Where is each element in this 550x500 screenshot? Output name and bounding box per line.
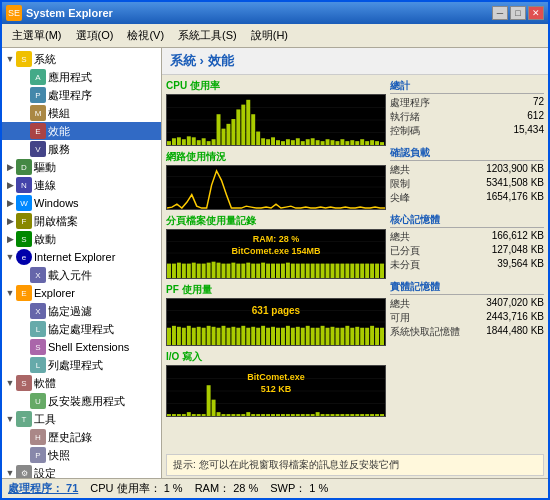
- svg-rect-15: [226, 124, 230, 145]
- svg-rect-170: [266, 414, 270, 416]
- svg-rect-140: [355, 327, 359, 345]
- svg-rect-94: [365, 264, 369, 278]
- sidebar-item-apps[interactable]: A 應用程式: [2, 68, 161, 86]
- svg-rect-141: [360, 328, 364, 345]
- svg-rect-90: [345, 264, 349, 278]
- sidebar-item-snap[interactable]: P 快照: [2, 446, 161, 464]
- svg-rect-135: [331, 327, 335, 345]
- svg-rect-84: [316, 264, 320, 278]
- sidebar-item-ie[interactable]: ▼ e Internet Explorer: [2, 248, 161, 266]
- stat-commit-row-0: 總共 1203,900 KB: [390, 163, 544, 177]
- status-proc-label[interactable]: 處理程序： 71: [8, 481, 78, 496]
- sidebar-item-svc[interactable]: V 服務: [2, 140, 161, 158]
- icon-shell-ext: S: [30, 339, 46, 355]
- sidebar-item-mods[interactable]: M 模組: [2, 104, 161, 122]
- stat-commit: 確認負載 總共 1203,900 KB 限制 5341,508 KB 尖峰 16…: [390, 146, 544, 205]
- svg-rect-67: [231, 263, 235, 278]
- icon-system: S: [16, 51, 32, 67]
- sidebar-item-explorer-procs[interactable]: L 協定處理程式: [2, 320, 161, 338]
- svg-rect-128: [296, 327, 300, 345]
- sidebar-item-list-procs[interactable]: L 列處理程式: [2, 356, 161, 374]
- svg-rect-20: [251, 114, 255, 145]
- svg-rect-81: [301, 264, 305, 278]
- sidebar-item-shell-extensions[interactable]: S Shell Extensions: [2, 338, 161, 356]
- pagefile-overlay1: RAM: 28 %: [253, 234, 300, 244]
- svg-rect-131: [311, 328, 315, 345]
- stat-commit-value-2: 1654,176 KB: [486, 191, 544, 205]
- sidebar-item-procs[interactable]: P 處理程序: [2, 86, 161, 104]
- stat-kernel: 核心記憶體 總共 166,612 KB 已分頁 127,048 KB 未分頁 3…: [390, 213, 544, 272]
- stat-total-label-2: 控制碼: [390, 124, 420, 138]
- stat-commit-label-0: 總共: [390, 163, 410, 177]
- pf-overlay-text: 631 pages: [252, 305, 300, 316]
- status-cpu-value: 1 %: [164, 482, 183, 494]
- sidebar-item-explorer-fix[interactable]: X 協定過濾: [2, 302, 161, 320]
- pagefile-label: 分頁檔案使用量記錄: [166, 214, 386, 228]
- svg-rect-150: [167, 414, 171, 416]
- close-button[interactable]: ✕: [528, 6, 544, 20]
- svg-rect-76: [276, 264, 280, 278]
- sidebar-item-system[interactable]: ▼ S 系統: [2, 50, 161, 68]
- io-overlay2: 512 KB: [261, 384, 292, 394]
- charts-left: CPU 使用率: [166, 79, 386, 448]
- sidebar-item-net[interactable]: ▶ N 連線: [2, 176, 161, 194]
- svg-rect-185: [340, 414, 344, 416]
- svg-rect-77: [281, 264, 285, 278]
- svg-rect-9: [197, 140, 201, 145]
- sidebar-item-uninstall[interactable]: U 反安裝應用程式: [2, 392, 161, 410]
- sidebar-item-ie-ext[interactable]: X 載入元件: [2, 266, 161, 284]
- svg-rect-121: [261, 326, 265, 345]
- svg-rect-143: [370, 326, 374, 345]
- pagefile-overlay: RAM: 28 % BitComet.exe 154MB: [167, 234, 385, 257]
- menu-item-options[interactable]: 選項(O): [70, 26, 120, 45]
- svg-rect-56: [177, 263, 181, 278]
- svg-rect-34: [321, 141, 325, 145]
- menu-item-main[interactable]: 主選單(M): [6, 26, 68, 45]
- sidebar-item-settings[interactable]: ▼ ⚙ 設定: [2, 464, 161, 478]
- sidebar-item-explorer[interactable]: ▼ E Explorer: [2, 284, 161, 302]
- icon-settings: ⚙: [16, 465, 32, 478]
- menu-item-view[interactable]: 檢視(V): [121, 26, 170, 45]
- maximize-button[interactable]: □: [510, 6, 526, 20]
- stat-total: 總計 處理程序 72 執行緒 612 控制碼 15,434: [390, 79, 544, 138]
- sidebar-item-win[interactable]: ▶ W Windows: [2, 194, 161, 212]
- sidebar-item-drive[interactable]: ▶ D 驅動: [2, 158, 161, 176]
- stat-commit-row-2: 尖峰 1654,176 KB: [390, 191, 544, 205]
- sidebar-item-soft[interactable]: ▼ S 軟體: [2, 374, 161, 392]
- svg-rect-122: [266, 328, 270, 345]
- hint-bar: 提示: 您可以在此視窗取得檔案的訊息並反安裝它們: [166, 454, 544, 476]
- stat-physical: 實體記憶體 總共 3407,020 KB 可用 2443,716 KB 系統快取…: [390, 280, 544, 339]
- svg-rect-181: [321, 414, 325, 416]
- sidebar-item-start[interactable]: ▶ S 啟動: [2, 230, 161, 248]
- svg-rect-116: [236, 328, 240, 345]
- svg-rect-82: [306, 264, 310, 278]
- svg-rect-193: [380, 414, 384, 416]
- stat-physical-label-2: 系統快取記憶體: [390, 325, 460, 339]
- svg-rect-173: [281, 414, 285, 416]
- stat-physical-title: 實體記憶體: [390, 280, 544, 295]
- stat-physical-value-1: 2443,716 KB: [486, 311, 544, 325]
- label-tools: 工具: [34, 412, 56, 427]
- svg-rect-8: [192, 137, 196, 145]
- minimize-button[interactable]: ─: [492, 6, 508, 20]
- sidebar-item-file[interactable]: ▶ F 開啟檔案: [2, 212, 161, 230]
- svg-rect-13: [217, 114, 221, 145]
- svg-rect-111: [212, 327, 216, 345]
- svg-rect-183: [331, 414, 335, 416]
- svg-rect-85: [321, 264, 325, 278]
- sidebar-item-perf[interactable]: E 效能: [2, 122, 161, 140]
- stat-total-label-0: 處理程序: [390, 96, 430, 110]
- svg-rect-24: [271, 137, 275, 145]
- sidebar-item-tools[interactable]: ▼ T 工具: [2, 410, 161, 428]
- svg-rect-169: [261, 414, 265, 416]
- title-bar-left: SE System Explorer: [6, 5, 113, 21]
- stat-kernel-value-0: 166,612 KB: [492, 230, 544, 244]
- svg-rect-32: [311, 138, 315, 145]
- network-section: 網路使用情況: [166, 150, 386, 210]
- svg-rect-96: [375, 264, 379, 278]
- menu-item-tools[interactable]: 系統工具(S): [172, 26, 243, 45]
- svg-rect-179: [311, 414, 315, 416]
- menu-item-help[interactable]: 說明(H): [245, 26, 294, 45]
- io-section: I/O 寫入: [166, 350, 386, 417]
- sidebar-item-hist[interactable]: H 歷史記錄: [2, 428, 161, 446]
